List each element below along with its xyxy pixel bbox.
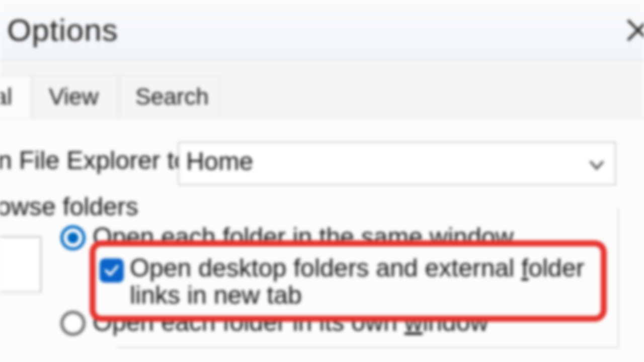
title-bar: Options xyxy=(0,0,644,60)
tab-strip: ral View Search xyxy=(0,75,644,122)
tab-view[interactable]: View xyxy=(33,75,118,118)
chevron-down-icon xyxy=(586,154,608,176)
radio-dot-icon xyxy=(67,232,78,243)
tab-general[interactable]: ral xyxy=(0,75,31,118)
radio-own-window[interactable] xyxy=(60,311,86,336)
checkbox-open-in-new-tab-label[interactable]: Open desktop folders and external folder… xyxy=(130,254,593,309)
open-explorer-select-value: Home xyxy=(186,147,253,176)
open-explorer-label: n File Explorer to: xyxy=(0,146,195,175)
checkbox-open-in-new-tab[interactable] xyxy=(100,258,124,283)
group-browse-folders-label: owse folders xyxy=(0,192,138,221)
radio-same-window[interactable] xyxy=(60,225,86,250)
open-explorer-select[interactable]: Home xyxy=(178,142,616,185)
folder-thumbnail xyxy=(0,236,41,293)
accelerator: f xyxy=(521,254,528,282)
window-title: Options xyxy=(7,12,118,48)
close-icon[interactable] xyxy=(623,15,644,45)
tab-search[interactable]: Search xyxy=(120,75,220,118)
text: Open desktop folders and external xyxy=(130,254,521,282)
